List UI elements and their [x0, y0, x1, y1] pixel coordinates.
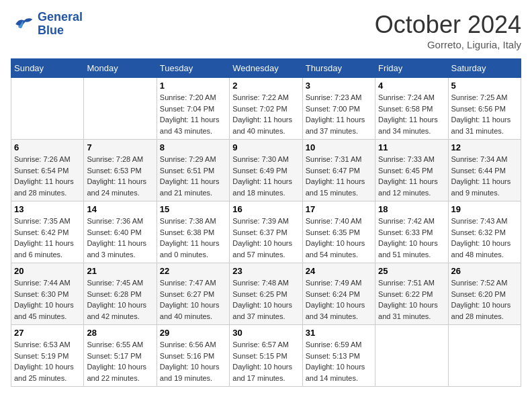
day-info: Sunrise: 7:39 AM Sunset: 6:37 PM Dayligh…	[232, 216, 299, 260]
calendar-week-row: 13 Sunrise: 7:35 AM Sunset: 6:42 PM Dayl…	[11, 201, 521, 263]
sunset-text: Sunset: 6:22 PM	[378, 290, 433, 298]
day-number: 8	[160, 142, 226, 152]
day-info: Sunrise: 7:28 AM Sunset: 6:53 PM Dayligh…	[87, 154, 153, 198]
sunset-text: Sunset: 6:32 PM	[451, 228, 506, 236]
month-title: October 2024	[375, 11, 521, 39]
sunrise-text: Sunrise: 7:38 AM	[160, 217, 216, 225]
sunset-text: Sunset: 6:20 PM	[451, 290, 506, 298]
daylight-text: Daylight: 10 hours and 34 minutes.	[306, 301, 365, 320]
daylight-text: Daylight: 11 hours and 43 minutes.	[160, 116, 220, 135]
daylight-text: Daylight: 10 hours and 22 minutes.	[87, 363, 146, 382]
weekday-header: Monday	[84, 59, 157, 78]
sunrise-text: Sunrise: 6:56 AM	[160, 340, 216, 349]
sunset-text: Sunset: 6:24 PM	[306, 290, 360, 298]
sunset-text: Sunset: 6:40 PM	[87, 228, 141, 236]
day-number: 14	[87, 204, 153, 214]
day-info: Sunrise: 7:31 AM Sunset: 6:47 PM Dayligh…	[306, 154, 372, 198]
logo: GeneralBlue	[11, 11, 83, 38]
daylight-text: Daylight: 10 hours and 37 minutes.	[232, 301, 292, 320]
sunset-text: Sunset: 5:16 PM	[160, 352, 214, 360]
sunset-text: Sunset: 6:53 PM	[87, 167, 141, 175]
sunrise-text: Sunrise: 7:30 AM	[232, 155, 289, 163]
calendar-cell: 8 Sunrise: 7:29 AM Sunset: 6:51 PM Dayli…	[157, 140, 229, 201]
daylight-text: Daylight: 11 hours and 6 minutes.	[14, 239, 74, 259]
day-info: Sunrise: 6:57 AM Sunset: 5:15 PM Dayligh…	[232, 339, 299, 383]
daylight-text: Daylight: 11 hours and 37 minutes.	[306, 116, 365, 135]
sunset-text: Sunset: 6:51 PM	[160, 167, 214, 175]
sunset-text: Sunset: 7:00 PM	[306, 105, 360, 113]
calendar-cell: 13 Sunrise: 7:35 AM Sunset: 6:42 PM Dayl…	[11, 201, 84, 263]
weekday-header: Friday	[375, 59, 448, 78]
calendar-table: SundayMondayTuesdayWednesdayThursdayFrid…	[11, 58, 521, 387]
day-info: Sunrise: 7:23 AM Sunset: 7:00 PM Dayligh…	[306, 92, 372, 136]
calendar-cell	[375, 325, 448, 387]
calendar-cell: 29 Sunrise: 6:56 AM Sunset: 5:16 PM Dayl…	[157, 325, 229, 387]
daylight-text: Daylight: 11 hours and 28 minutes.	[14, 177, 74, 197]
day-info: Sunrise: 6:55 AM Sunset: 5:17 PM Dayligh…	[87, 339, 153, 383]
day-info: Sunrise: 7:29 AM Sunset: 6:51 PM Dayligh…	[160, 154, 226, 198]
weekday-header-row: SundayMondayTuesdayWednesdayThursdayFrid…	[11, 59, 521, 78]
sunset-text: Sunset: 6:27 PM	[160, 290, 214, 298]
calendar-cell: 14 Sunrise: 7:36 AM Sunset: 6:40 PM Dayl…	[84, 201, 157, 263]
day-number: 26	[451, 266, 518, 276]
calendar-cell: 31 Sunrise: 6:59 AM Sunset: 5:13 PM Dayl…	[302, 325, 375, 387]
weekday-header: Wednesday	[230, 59, 302, 78]
calendar-cell: 30 Sunrise: 6:57 AM Sunset: 5:15 PM Dayl…	[230, 325, 302, 387]
calendar-cell: 7 Sunrise: 7:28 AM Sunset: 6:53 PM Dayli…	[84, 140, 157, 201]
daylight-text: Daylight: 10 hours and 48 minutes.	[451, 239, 511, 259]
sunset-text: Sunset: 6:49 PM	[232, 167, 287, 175]
calendar-cell: 18 Sunrise: 7:42 AM Sunset: 6:33 PM Dayl…	[375, 201, 448, 263]
sunset-text: Sunset: 6:28 PM	[87, 290, 141, 298]
day-info: Sunrise: 7:22 AM Sunset: 7:02 PM Dayligh…	[232, 92, 299, 136]
sunrise-text: Sunrise: 7:29 AM	[160, 155, 216, 163]
daylight-text: Daylight: 11 hours and 3 minutes.	[87, 239, 146, 259]
daylight-text: Daylight: 10 hours and 14 minutes.	[306, 363, 365, 382]
calendar-cell: 2 Sunrise: 7:22 AM Sunset: 7:02 PM Dayli…	[230, 78, 302, 140]
sunrise-text: Sunrise: 7:42 AM	[378, 217, 435, 225]
sunrise-text: Sunrise: 7:43 AM	[451, 217, 508, 225]
sunrise-text: Sunrise: 7:45 AM	[87, 279, 143, 287]
daylight-text: Daylight: 11 hours and 15 minutes.	[306, 177, 365, 197]
sunrise-text: Sunrise: 7:35 AM	[14, 217, 71, 225]
sunrise-text: Sunrise: 7:48 AM	[232, 279, 289, 287]
day-info: Sunrise: 7:35 AM Sunset: 6:42 PM Dayligh…	[14, 216, 81, 260]
daylight-text: Daylight: 11 hours and 0 minutes.	[160, 239, 220, 259]
calendar-cell: 12 Sunrise: 7:34 AM Sunset: 6:44 PM Dayl…	[448, 140, 521, 201]
weekday-header: Tuesday	[157, 59, 229, 78]
weekday-header: Saturday	[448, 59, 521, 78]
day-number: 3	[306, 81, 372, 91]
daylight-text: Daylight: 11 hours and 18 minutes.	[232, 177, 292, 197]
day-number: 7	[87, 142, 153, 152]
calendar-cell: 27 Sunrise: 6:53 AM Sunset: 5:19 PM Dayl…	[11, 325, 84, 387]
sunrise-text: Sunrise: 7:51 AM	[378, 279, 435, 287]
day-info: Sunrise: 7:44 AM Sunset: 6:30 PM Dayligh…	[14, 277, 81, 322]
day-number: 20	[14, 266, 81, 276]
day-number: 6	[14, 142, 81, 152]
sunrise-text: Sunrise: 7:39 AM	[232, 217, 289, 225]
weekday-header: Thursday	[302, 59, 375, 78]
sunrise-text: Sunrise: 7:34 AM	[451, 155, 508, 163]
daylight-text: Daylight: 11 hours and 34 minutes.	[378, 116, 438, 135]
calendar-cell: 5 Sunrise: 7:25 AM Sunset: 6:56 PM Dayli…	[448, 78, 521, 140]
calendar-cell: 23 Sunrise: 7:48 AM Sunset: 6:25 PM Dayl…	[230, 263, 302, 325]
calendar-cell: 11 Sunrise: 7:33 AM Sunset: 6:45 PM Dayl…	[375, 140, 448, 201]
day-number: 25	[378, 266, 445, 276]
sunset-text: Sunset: 6:58 PM	[378, 105, 433, 113]
calendar-week-row: 6 Sunrise: 7:26 AM Sunset: 6:54 PM Dayli…	[11, 140, 521, 201]
sunset-text: Sunset: 6:47 PM	[306, 167, 360, 175]
day-number: 19	[451, 204, 518, 214]
calendar-cell: 6 Sunrise: 7:26 AM Sunset: 6:54 PM Dayli…	[11, 140, 84, 201]
day-number: 23	[232, 266, 299, 276]
calendar-cell: 17 Sunrise: 7:40 AM Sunset: 6:35 PM Dayl…	[302, 201, 375, 263]
sunrise-text: Sunrise: 7:44 AM	[14, 279, 71, 287]
day-info: Sunrise: 7:49 AM Sunset: 6:24 PM Dayligh…	[306, 277, 372, 322]
day-number: 15	[160, 204, 226, 214]
logo-icon	[11, 12, 35, 36]
sunrise-text: Sunrise: 7:25 AM	[451, 93, 508, 101]
calendar-cell: 25 Sunrise: 7:51 AM Sunset: 6:22 PM Dayl…	[375, 263, 448, 325]
calendar-cell: 24 Sunrise: 7:49 AM Sunset: 6:24 PM Dayl…	[302, 263, 375, 325]
day-number: 17	[306, 204, 372, 214]
calendar-cell	[448, 325, 521, 387]
daylight-text: Daylight: 11 hours and 40 minutes.	[232, 116, 292, 135]
daylight-text: Daylight: 10 hours and 57 minutes.	[232, 239, 292, 259]
